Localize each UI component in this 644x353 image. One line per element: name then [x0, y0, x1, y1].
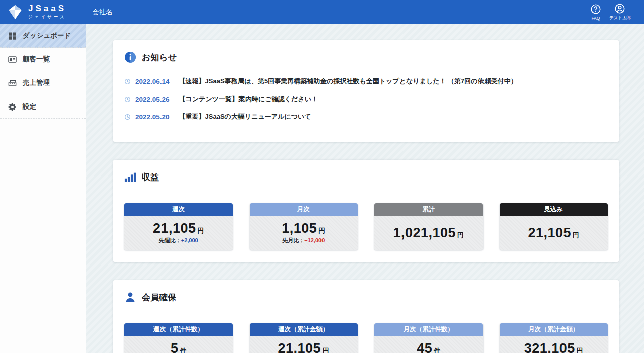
- notice-text: 【重要】JSaaSの大幅リニューアルについて: [179, 112, 311, 121]
- revenue-title: 収益: [142, 171, 159, 183]
- members-title: 会員確保: [142, 292, 176, 303]
- notice-item[interactable]: 2022.05.26 【コンテンツ一覧】案内時にご確認ください！: [124, 95, 608, 104]
- stat-body: 5件 先週比：+2: [124, 336, 233, 353]
- stat-card-monthly-amount: 月次（累計金額） 321,105円 先月比：+102,060: [500, 323, 608, 353]
- notice-list: 2022.06.14 【速報】JSaaS事務局は、第5回事業再構築補助金の採択社…: [124, 77, 608, 121]
- stat-value: 21,105: [153, 221, 196, 236]
- sidebar-item-label: 設定: [23, 102, 36, 111]
- stat-value: 45: [417, 341, 432, 353]
- divider: [124, 192, 608, 192]
- sales-register-icon: [8, 78, 17, 88]
- stat-header: 週次: [124, 203, 233, 216]
- members-title-row: 会員確保: [124, 291, 608, 303]
- topbar-actions: FAQ テスト太郎: [590, 0, 644, 24]
- stat-unit: 円: [457, 231, 464, 239]
- stat-unit: 円: [577, 347, 583, 353]
- stat-header: 月次（累計金額）: [500, 323, 608, 336]
- user-circle-icon: [614, 3, 625, 14]
- revenue-stats: 週次 21,105円 先週比：+2,000 月次 1,105円 先月比：−12,…: [124, 203, 608, 250]
- notices-card: お知らせ 2022.06.14 【速報】JSaaS事務局は、第5回事業再構築補助…: [113, 40, 619, 142]
- stat-card-weekly-count: 週次（累計件数） 5件 先週比：+2: [124, 323, 233, 353]
- stat-body: 1,021,105円: [374, 216, 483, 250]
- top-header: JSaaS ジェイサース 会社名 FAQ テスト太郎: [0, 0, 644, 24]
- sidebar-item-label: 売上管理: [23, 78, 50, 87]
- faq-button[interactable]: FAQ: [590, 4, 601, 21]
- stat-unit: 円: [323, 347, 329, 353]
- revenue-card: 収益 週次 21,105円 先週比：+2,000 月次 1,105円 先月比：−…: [113, 160, 619, 262]
- faq-label: FAQ: [591, 16, 600, 21]
- stat-card-monthly: 月次 1,105円 先月比：−12,000: [250, 203, 358, 250]
- stat-unit: 円: [198, 227, 204, 234]
- notice-date: 2022.06.14: [135, 78, 170, 85]
- company-name: 会社名: [92, 8, 113, 17]
- bar-chart-icon: [124, 171, 136, 183]
- app-shell: ダッシュボード 顧客一覧 売上管理 設定: [0, 24, 644, 353]
- stat-header: 月次: [250, 203, 358, 216]
- sidebar: ダッシュボード 顧客一覧 売上管理 設定: [0, 24, 86, 353]
- dashboard-grid-icon: [8, 31, 17, 41]
- info-circle-icon: [124, 51, 136, 63]
- logo-text: JSaaS ジェイサース: [28, 4, 66, 20]
- stat-body: 45件 先月比：+23: [374, 336, 483, 353]
- stat-unit: 円: [318, 227, 325, 234]
- stat-body: 321,105円 先月比：+102,060: [500, 336, 608, 353]
- clock-icon: [124, 96, 131, 103]
- sidebar-item-sales[interactable]: 売上管理: [0, 71, 86, 95]
- question-circle-icon: [590, 4, 601, 15]
- stat-compare: 先月比：−12,000: [282, 237, 325, 244]
- stat-card-cumulative: 累計 1,021,105円: [374, 203, 483, 250]
- stat-card-monthly-count: 月次（累計件数） 45件 先月比：+23: [374, 323, 483, 353]
- notice-item[interactable]: 2022.05.20 【重要】JSaaSの大幅リニューアルについて: [124, 112, 608, 121]
- clock-icon: [124, 114, 131, 120]
- notice-item[interactable]: 2022.06.14 【速報】JSaaS事務局は、第5回事業再構築補助金の採択社…: [124, 77, 608, 86]
- members-card: 会員確保 週次（累計件数） 5件 先週比：+2 週次（累計金額） 21,105円…: [113, 280, 619, 353]
- stat-compare: 先週比：+2,000: [159, 237, 198, 244]
- stat-card-weekly: 週次 21,105円 先週比：+2,000: [124, 203, 233, 250]
- stat-header: 見込み: [500, 203, 608, 216]
- notice-date: 2022.05.20: [135, 113, 170, 121]
- sidebar-item-dashboard[interactable]: ダッシュボード: [0, 24, 86, 48]
- sidebar-item-label: ダッシュボード: [23, 31, 71, 40]
- sidebar-item-settings[interactable]: 設定: [0, 95, 86, 119]
- notice-text: 【速報】JSaaS事務局は、第5回事業再構築補助金の採択社数も全国トップとなりま…: [179, 77, 517, 86]
- stat-value: 1,021,105: [393, 225, 456, 240]
- notices-title-row: お知らせ: [124, 51, 608, 63]
- divider: [124, 312, 608, 312]
- stat-header: 累計: [374, 203, 483, 216]
- sidebar-item-customers[interactable]: 顧客一覧: [0, 48, 86, 71]
- stat-value: 21,105: [278, 341, 321, 353]
- gear-icon: [8, 102, 17, 112]
- clock-icon: [124, 78, 131, 85]
- stat-value: 5: [171, 341, 179, 353]
- stat-body: 21,105円 先週比：+2,000: [124, 216, 233, 250]
- stat-unit: 件: [180, 347, 187, 353]
- sidebar-item-label: 顧客一覧: [23, 55, 50, 64]
- person-icon: [124, 291, 136, 303]
- stat-unit: 件: [434, 347, 440, 353]
- members-stats: 週次（累計件数） 5件 先週比：+2 週次（累計金額） 21,105円 先週比：…: [124, 323, 608, 353]
- stat-value: 21,105: [528, 225, 571, 240]
- stat-card-forecast: 見込み 21,105円: [500, 203, 608, 250]
- user-name-label: テスト太郎: [609, 15, 631, 21]
- main-content: お知らせ 2022.06.14 【速報】JSaaS事務局は、第5回事業再構築補助…: [86, 24, 644, 353]
- stat-unit: 円: [573, 231, 579, 239]
- logo-subtitle: ジェイサース: [28, 14, 66, 20]
- notices-title: お知らせ: [142, 52, 177, 63]
- user-menu[interactable]: テスト太郎: [609, 3, 631, 21]
- revenue-title-row: 収益: [124, 171, 608, 183]
- gem-icon: [7, 4, 24, 21]
- stat-body: 21,105円: [500, 216, 608, 250]
- customer-card-icon: [8, 55, 17, 64]
- stat-header: 週次（累計件数）: [124, 323, 233, 336]
- stat-header: 週次（累計金額）: [250, 323, 358, 336]
- app-logo[interactable]: JSaaS ジェイサース: [0, 0, 86, 24]
- logo-title: JSaaS: [28, 4, 66, 13]
- stat-card-weekly-amount: 週次（累計金額） 21,105円 先週比：−1,600: [250, 323, 358, 353]
- notice-text: 【コンテンツ一覧】案内時にご確認ください！: [179, 95, 318, 104]
- stat-value: 1,105: [282, 221, 317, 236]
- stat-value: 321,105: [524, 341, 575, 353]
- notice-date: 2022.05.26: [135, 96, 170, 103]
- stat-header: 月次（累計件数）: [374, 323, 483, 336]
- stat-body: 1,105円 先月比：−12,000: [250, 216, 358, 250]
- stat-body: 21,105円 先週比：−1,600: [250, 336, 358, 353]
